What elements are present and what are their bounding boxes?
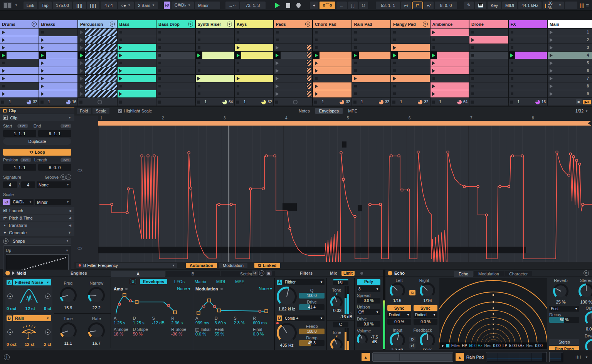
scene-slot[interactable]: 2	[548, 36, 592, 44]
clip-launch-zone[interactable]	[118, 29, 124, 36]
clip-launch-zone[interactable]	[313, 52, 320, 59]
reverb-knob[interactable]	[553, 283, 568, 299]
clip-launch-zone[interactable]	[469, 67, 476, 74]
clip-slot[interactable]	[391, 90, 430, 97]
clip-launch-zone[interactable]	[313, 75, 320, 82]
clip-slot[interactable]	[196, 67, 234, 74]
filter-a-drive[interactable]: 41.4	[299, 304, 325, 310]
clip-launch-zone[interactable]	[235, 52, 241, 59]
clip-slot[interactable]	[313, 82, 352, 90]
clip-launch-zone[interactable]	[235, 90, 241, 97]
clip-launch-zone[interactable]	[469, 82, 476, 90]
clip-slot[interactable]	[274, 75, 313, 82]
clip-body-hatched[interactable]	[85, 36, 117, 44]
clip-body[interactable]	[7, 67, 39, 74]
clip-slot[interactable]	[156, 52, 195, 59]
amp-d-slope[interactable]: 50 %	[133, 332, 152, 336]
clip-body[interactable]	[7, 36, 39, 44]
mode-stereo-button[interactable]: Stereo	[549, 339, 579, 345]
amp-r-slope[interactable]: -36 %	[171, 332, 190, 336]
clip-body[interactable]	[7, 75, 39, 82]
punch-out-icon[interactable]: ⌐/	[424, 2, 434, 9]
track-header[interactable]: Ambience	[431, 20, 469, 28]
amp-attack[interactable]: 1.25 s	[114, 320, 133, 325]
clip-launch-zone[interactable]	[274, 90, 281, 97]
clip-slot[interactable]	[313, 67, 352, 74]
show-clip-view-button[interactable]: ▲	[362, 353, 370, 361]
clip-slot[interactable]	[39, 52, 78, 59]
scale-name-menu[interactable]: Minor	[195, 2, 220, 9]
filter-a-freq-knob[interactable]	[277, 287, 297, 307]
clip-slot[interactable]	[509, 82, 547, 90]
clip-launch-zone[interactable]	[313, 90, 320, 97]
clip-launch-zone[interactable]	[391, 82, 398, 90]
clip-body[interactable]	[124, 44, 156, 51]
engine-a-oct[interactable]: 0 oct	[7, 306, 17, 311]
scene-slot[interactable]: 5	[548, 59, 592, 67]
clip-launch-zone[interactable]	[78, 82, 85, 90]
prev-engine-icon[interactable]: ◂	[7, 329, 13, 335]
shape-mode-menu[interactable]: Up▼	[6, 247, 69, 253]
clip-launch-zone[interactable]	[118, 67, 124, 74]
clip-slot[interactable]	[235, 36, 273, 44]
breakpoint-handle[interactable]	[575, 159, 578, 162]
mode-pingpong-button[interactable]: Ping Pong	[549, 346, 579, 350]
clip-slot[interactable]	[391, 52, 430, 59]
groove-commit-icon[interactable]: ⟳	[61, 174, 66, 180]
breakpoint-handle[interactable]	[147, 155, 149, 157]
track-header[interactable]: FX	[509, 20, 547, 28]
info-icon[interactable]: i	[4, 354, 10, 360]
breakpoint-handle[interactable]	[417, 151, 419, 153]
automation-curve[interactable]	[99, 152, 592, 262]
clip-launch-zone[interactable]	[352, 44, 359, 51]
clip-slot[interactable]	[391, 59, 430, 67]
clip-launch-zone[interactable]	[431, 90, 437, 97]
clip-slot[interactable]	[352, 52, 391, 59]
session-view-toggle-icon[interactable]: |||	[580, 2, 585, 8]
shape-rerun-icon[interactable]: ↻	[3, 238, 8, 244]
track-header[interactable]: Drone	[469, 20, 508, 28]
scene-launch-icon[interactable]	[548, 90, 554, 97]
chevron-down-icon[interactable]: ▼	[15, 3, 18, 7]
amp-release[interactable]: 2.36 s	[171, 320, 190, 325]
track-header[interactable]: Chord Pad	[313, 20, 352, 28]
mod-final[interactable]: 0.0 %	[253, 332, 272, 336]
scene-launch-icon[interactable]	[548, 59, 554, 67]
clip-launch-zone[interactable]	[313, 82, 320, 90]
duplicate-button[interactable]: Duplicate	[3, 138, 71, 145]
track-stop-row[interactable]	[274, 98, 313, 106]
arrangement-view-toggle-icon[interactable]: ≡	[586, 2, 589, 8]
scene-launch-icon[interactable]	[548, 67, 554, 74]
clip-start-field[interactable]: 1. 1. 1	[3, 130, 36, 137]
track-stop-row[interactable]: 132	[235, 98, 273, 106]
breakpoint-handle[interactable]	[511, 155, 514, 157]
clip-slot[interactable]	[0, 44, 39, 51]
clip-slot[interactable]	[235, 44, 273, 51]
breakpoint-handle[interactable]	[342, 178, 345, 181]
clip-body[interactable]	[241, 75, 273, 82]
clip-launch-zone[interactable]	[118, 90, 124, 97]
clip-launch-zone[interactable]	[0, 44, 7, 51]
clip-slot[interactable]	[0, 67, 39, 74]
pitch-time-section[interactable]: ⇄Pitch & Time◀	[0, 215, 74, 221]
clip-launch-zone[interactable]	[352, 36, 359, 44]
modulation-toggle[interactable]: Modulation	[219, 263, 247, 268]
chevron-down-icon[interactable]: ▼	[423, 22, 428, 27]
clip-launch-zone[interactable]	[156, 29, 163, 36]
track-stop-row[interactable]	[118, 98, 156, 106]
clip-launch-zone[interactable]	[156, 67, 163, 74]
re-enable-automation-button[interactable]: ←	[336, 2, 347, 9]
amp-a-slope[interactable]: 18 %	[114, 332, 133, 336]
breakpoint-handle[interactable]	[289, 228, 291, 230]
clip-launch-zone[interactable]	[235, 75, 241, 82]
track-header[interactable]: Rain Pad	[352, 20, 391, 28]
clip-launch-zone[interactable]	[313, 59, 320, 67]
clip-body[interactable]	[320, 90, 352, 97]
breakpoint-handle[interactable]	[190, 187, 192, 189]
clip-slot[interactable]	[509, 59, 547, 67]
mix-b-tone-knob[interactable]	[330, 338, 343, 351]
scene-slot[interactable]: 7	[548, 75, 592, 82]
clip-launch-zone[interactable]	[39, 75, 46, 82]
clip-slot[interactable]	[196, 90, 234, 97]
mod-peak[interactable]: 55 %	[215, 332, 234, 336]
